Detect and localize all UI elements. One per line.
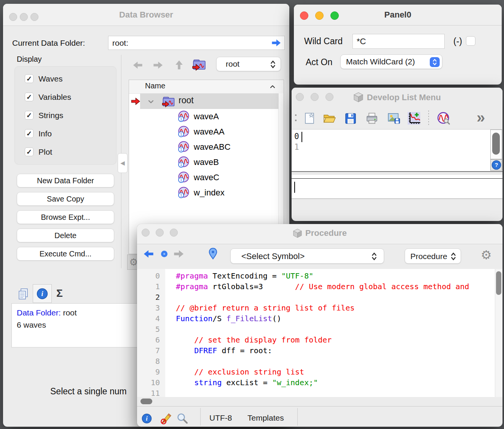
delete-button[interactable]: Delete — [17, 229, 114, 242]
up-button[interactable] — [175, 60, 183, 70]
tree-row-wave[interactable]: waveB — [129, 155, 279, 170]
act-on-value: Match WildCard (2) — [346, 57, 415, 66]
save-icon[interactable] — [345, 112, 357, 125]
line-number: 2 — [137, 292, 165, 303]
new-graph-icon[interactable] — [407, 112, 421, 125]
tree-row-wave[interactable]: w_index — [129, 185, 279, 200]
code-scrollbar-thumb[interactable] — [496, 271, 501, 295]
code-editor[interactable]: 01234567891011 #pragma TextEncoding = "U… — [137, 269, 495, 397]
expander-chevron-icon[interactable] — [148, 100, 154, 104]
tab-stats-sigma[interactable]: Σ — [56, 287, 63, 299]
window-dropdown[interactable]: Procedure — [405, 248, 461, 264]
nav-back-button[interactable] — [143, 250, 154, 258]
browse-folder-icon[interactable] — [192, 58, 206, 71]
panel0-window: Panel0 Wild Card *C (-) Act On Match Wil… — [294, 5, 502, 85]
display-checkboxes: ✓Waves✓Variables✓Strings✓Info✓Plot — [25, 74, 116, 156]
checkmark-icon: ✓ — [26, 112, 32, 119]
goto-folder-arrow-icon[interactable] — [271, 39, 281, 47]
display-option-strings[interactable]: ✓Strings — [25, 111, 116, 120]
tree-row-wave[interactable]: waveAA — [129, 124, 279, 139]
code-line[interactable]: // @brief return a string list of files — [176, 303, 495, 313]
execute-cmd-button[interactable]: Execute Cmd... — [17, 247, 114, 261]
code-line[interactable]: // exclusion string list — [176, 367, 495, 377]
develop-toolbar: » — [292, 108, 502, 130]
checkbox[interactable]: ✓ — [25, 74, 33, 83]
splitter-bar[interactable] — [292, 171, 502, 179]
toolbar-drag-handle[interactable] — [295, 114, 297, 123]
checkbox-label: Strings — [38, 111, 63, 120]
data-browser-titlebar[interactable]: Data Browser — [3, 4, 289, 26]
encoding-status[interactable]: UTF-8 — [209, 413, 232, 423]
display-option-plot[interactable]: ✓Plot — [25, 147, 116, 156]
code-line[interactable]: // set the display from folder — [176, 335, 495, 345]
h-scrollbar-thumb[interactable] — [140, 399, 152, 404]
checkbox[interactable]: ✓ — [25, 147, 33, 156]
display-option-waves[interactable]: ✓Waves — [25, 74, 116, 83]
code-line[interactable]: string excList = "w_index;" — [176, 377, 495, 388]
develop-list-titlebar[interactable]: Develop List Menu — [292, 88, 502, 108]
folder-dropdown[interactable]: root — [216, 57, 281, 71]
info-icon — [37, 288, 48, 299]
back-button[interactable] — [132, 61, 143, 69]
tree-row-wave[interactable]: waveABC — [129, 139, 279, 155]
display-group-label: Display — [17, 55, 42, 64]
status-info-icon[interactable] — [142, 413, 152, 424]
tree-row-wave[interactable]: waveC — [129, 170, 279, 185]
checkbox-label: Plot — [38, 147, 52, 157]
save-graphics-icon[interactable] — [388, 112, 400, 125]
procedure-gear-button[interactable]: ⚙ — [481, 248, 492, 262]
templates-status[interactable]: Templates — [247, 413, 284, 423]
procedure-titlebar[interactable]: Procedure — [137, 224, 502, 244]
nav-position-dot[interactable] — [161, 251, 167, 257]
sort-ascending-icon[interactable] — [270, 85, 275, 88]
new-data-folder-button[interactable]: New Data Folder — [17, 174, 114, 187]
bookmark-pin-icon[interactable] — [209, 248, 217, 259]
save-copy-button[interactable]: Save Copy — [17, 192, 114, 206]
act-on-dropdown[interactable]: Match WildCard (2) — [340, 54, 442, 69]
tree-header[interactable]: Name — [129, 80, 284, 94]
checkbox-label: Variables — [38, 93, 71, 102]
forward-button[interactable] — [153, 61, 163, 69]
checkbox[interactable]: ✓ — [25, 129, 33, 138]
checkbox[interactable]: ✓ — [25, 111, 33, 120]
select-symbol-dropdown[interactable]: <Select Symbol> — [230, 248, 384, 264]
display-option-info[interactable]: ✓Info — [25, 129, 116, 138]
nav-forward-button[interactable] — [174, 250, 184, 258]
display-groupbox: ✓Waves✓Variables✓Strings✓Info✓Plot — [14, 66, 116, 165]
code-line[interactable] — [176, 356, 495, 367]
new-file-icon[interactable] — [303, 112, 316, 125]
list-scrollbar-thumb[interactable] — [492, 133, 500, 155]
panel0-titlebar[interactable]: Panel0 — [294, 5, 502, 26]
chevrons-updown-icon — [432, 58, 437, 66]
tree-row-wave[interactable]: waveA — [129, 109, 279, 124]
checkbox[interactable]: ✓ — [25, 93, 33, 101]
browse-expt-button[interactable]: Browse Expt... — [17, 210, 114, 224]
current-folder-input[interactable]: root: — [108, 36, 285, 50]
code-line[interactable] — [176, 388, 495, 397]
code-line[interactable]: DFREF dff = root: — [176, 345, 495, 356]
tab-copy-icon[interactable] — [18, 288, 29, 299]
tab-info-selected[interactable] — [33, 284, 52, 303]
code-line[interactable]: #pragma TextEncoding = "UTF-8" — [176, 271, 495, 281]
read-only-pencil-icon[interactable] — [160, 413, 172, 424]
name-column-header[interactable]: Name — [145, 82, 165, 90]
wild-card-input[interactable]: *C — [352, 34, 445, 49]
help-button[interactable] — [490, 159, 502, 171]
list-editor[interactable]: 0 1 — [292, 130, 490, 171]
tree-row-root[interactable]: root — [129, 93, 279, 109]
browse-waves-icon[interactable] — [437, 112, 450, 125]
panel-collapse-handle[interactable]: ◀ — [118, 153, 128, 173]
lower-edit-area[interactable] — [292, 179, 502, 199]
wild-card-value: *C — [357, 37, 366, 46]
toolbar-overflow-chevrons[interactable]: » — [477, 109, 485, 126]
print-icon[interactable] — [366, 112, 378, 125]
code-line[interactable]: Function/S f_FileList() — [176, 313, 495, 324]
window-title: Panel0 — [294, 10, 502, 20]
not-checkbox[interactable] — [466, 36, 475, 46]
code-line[interactable]: #pragma rtGlobals=3 // Use modern global… — [176, 281, 495, 292]
search-icon[interactable] — [177, 413, 188, 424]
code-line[interactable] — [176, 292, 495, 303]
display-option-variables[interactable]: ✓Variables — [25, 93, 116, 101]
code-line[interactable] — [176, 324, 495, 335]
open-folder-icon[interactable] — [323, 113, 336, 124]
